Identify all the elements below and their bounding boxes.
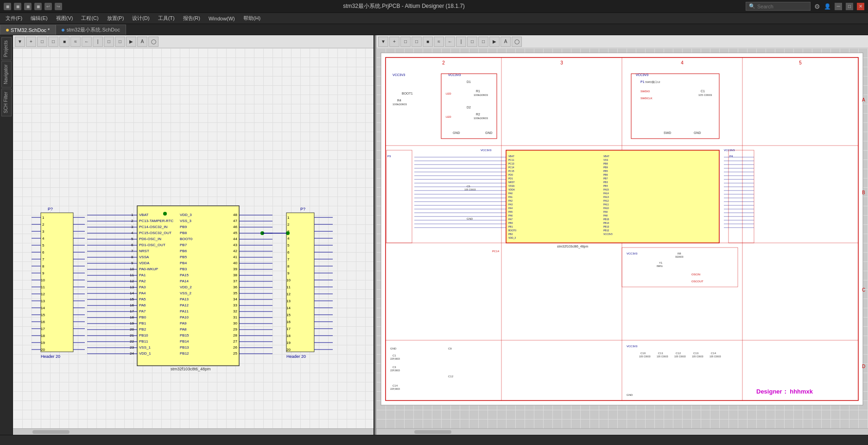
svg-text:48: 48	[233, 213, 237, 217]
tab-dot-2	[62, 29, 64, 32]
left-scrollbar-h[interactable]	[13, 428, 374, 435]
right-tb-circle-btn[interactable]: ◯	[512, 37, 522, 47]
svg-text:9: 9	[131, 261, 133, 265]
svg-text:PB5: PB5	[603, 170, 608, 172]
search-box[interactable]: 🔍	[746, 2, 811, 11]
right-tb-wire-btn[interactable]: ≈	[434, 37, 444, 47]
svg-text:PA11: PA11	[180, 309, 189, 313]
tb-pin-btn[interactable]: |	[93, 37, 103, 47]
svg-text:35: 35	[233, 291, 237, 295]
right-tb-box-btn[interactable]: □	[467, 37, 477, 47]
svg-text:PA8: PA8	[180, 327, 187, 331]
svg-text:5: 5	[799, 60, 802, 65]
title-icons: ◼ ◼ ◼ ◼ ↩ ↪	[4, 3, 62, 10]
sidebar-projects[interactable]: Projects	[1, 37, 12, 60]
svg-text:VSS_1: VSS_1	[139, 345, 151, 350]
menu-tools[interactable]: 工具(T)	[154, 14, 178, 23]
right-canvas[interactable]: 2 3 4 5 A B C D VCC3V3 VCC3V3	[376, 48, 868, 428]
svg-text:7: 7	[42, 257, 44, 261]
svg-text:8: 8	[42, 264, 44, 268]
svg-text:PB3: PB3	[180, 267, 187, 271]
settings-icon[interactable]: ⚙	[814, 3, 820, 10]
tb-add-btn[interactable]: +	[26, 37, 36, 47]
tab-stm32-min-schdoc[interactable]: stm32最小系统.SchDoc	[56, 25, 126, 35]
menu-edit[interactable]: 编辑(E)	[27, 14, 51, 23]
right-tb-rect2-btn[interactable]: □	[412, 37, 422, 47]
svg-text:5: 5	[42, 243, 44, 248]
tb-arrow-btn[interactable]: ←	[82, 37, 92, 47]
right-tb-play-btn[interactable]: ▶	[489, 37, 500, 47]
left-schematic-svg: P?	[13, 48, 374, 414]
right-tb-filter-btn[interactable]: ▼	[378, 37, 388, 47]
menu-report[interactable]: 报告(R)	[179, 14, 204, 23]
right-tb-rect-btn[interactable]: □	[400, 37, 411, 47]
right-tb-fill-btn[interactable]: ■	[423, 37, 433, 47]
search-input[interactable]	[757, 4, 804, 9]
svg-text:10: 10	[286, 278, 291, 282]
sidebar-navigator[interactable]: Navigator	[1, 61, 12, 88]
svg-text:PC14-OSC32_IN: PC14-OSC32_IN	[139, 225, 168, 229]
right-tb-text-btn[interactable]: A	[501, 37, 511, 47]
svg-text:105 C0603: 105 C0603	[692, 355, 703, 358]
tab-stm32-schdoc[interactable]: STM32.SchDoc *	[0, 25, 56, 35]
tb-rect2-btn[interactable]: □	[48, 37, 58, 47]
tb-play-btn[interactable]: ▶	[126, 37, 136, 47]
sidebar-sch-filter[interactable]: SCH Filter	[1, 89, 12, 116]
svg-text:VDD_3: VDD_3	[508, 236, 516, 239]
tb-circle-btn[interactable]: ◯	[148, 37, 158, 47]
svg-text:100kΩ0603: 100kΩ0603	[474, 117, 488, 120]
right-scrollbar-h[interactable]	[376, 428, 868, 435]
svg-text:11: 11	[286, 285, 291, 289]
tb-fill-btn[interactable]: ■	[59, 37, 70, 47]
tb-box2-btn[interactable]: □	[115, 37, 125, 47]
svg-text:Y1: Y1	[659, 261, 663, 264]
tb-wire-btn[interactable]: ≈	[70, 37, 81, 47]
svg-text:100kΩ0603: 100kΩ0603	[393, 103, 407, 106]
right-tb-add-btn[interactable]: +	[389, 37, 399, 47]
minimize-button[interactable]: ─	[835, 3, 842, 10]
svg-text:PA15: PA15	[603, 188, 609, 191]
tb-text-btn[interactable]: A	[137, 37, 147, 47]
svg-text:8MHz: 8MHz	[657, 265, 663, 267]
maximize-button[interactable]: □	[846, 3, 853, 10]
svg-rect-302	[506, 150, 719, 243]
svg-text:LED: LED	[446, 92, 451, 95]
svg-text:PC15-OSC32_OUT: PC15-OSC32_OUT	[139, 231, 171, 235]
right-tb-arrow-btn[interactable]: ←	[445, 37, 455, 47]
svg-text:PB15: PB15	[180, 333, 189, 337]
tb-rect-btn[interactable]: □	[37, 37, 47, 47]
svg-text:SWD接口12: SWD接口12	[645, 80, 660, 83]
svg-text:R2: R2	[476, 113, 480, 116]
svg-text:stm32f103c8t6_48pm: stm32f103c8t6_48pm	[557, 245, 588, 248]
menu-place[interactable]: 放置(P)	[103, 14, 128, 23]
svg-text:32: 32	[233, 309, 237, 313]
right-tb-pin-btn[interactable]: |	[456, 37, 466, 47]
svg-text:38: 38	[233, 273, 237, 277]
menu-file[interactable]: 文件(F)	[2, 14, 26, 23]
left-canvas[interactable]: P?	[13, 48, 374, 428]
right-tb-box2-btn[interactable]: □	[478, 37, 488, 47]
svg-text:PA15: PA15	[180, 273, 189, 277]
tb-filter-btn[interactable]: ▼	[15, 37, 25, 47]
close-button[interactable]: ✕	[857, 3, 864, 10]
svg-text:21: 21	[130, 333, 134, 337]
svg-text:PB2: PB2	[508, 233, 513, 235]
undo-icon[interactable]: ↩	[44, 3, 52, 10]
menu-window[interactable]: Window(W)	[205, 15, 239, 22]
redo-icon[interactable]: ↪	[55, 3, 62, 10]
tb-box-btn[interactable]: □	[104, 37, 114, 47]
person-icon[interactable]: 👤	[824, 3, 831, 10]
svg-text:PA4: PA4	[139, 291, 146, 295]
svg-text:PA9: PA9	[180, 321, 187, 325]
svg-text:PA14: PA14	[180, 279, 189, 283]
svg-text:VDD_1: VDD_1	[139, 351, 151, 356]
menu-design[interactable]: 设计(D)	[128, 14, 153, 23]
menu-project[interactable]: 工程(C)	[77, 14, 102, 23]
svg-text:2: 2	[42, 222, 44, 227]
menu-help[interactable]: 帮助(H)	[240, 14, 264, 23]
svg-text:105 C0603: 105 C0603	[639, 355, 651, 358]
svg-text:15: 15	[130, 297, 134, 301]
svg-text:12: 12	[130, 279, 134, 283]
menu-view[interactable]: 视图(V)	[52, 14, 77, 23]
svg-text:VSSA: VSSA	[508, 184, 515, 187]
